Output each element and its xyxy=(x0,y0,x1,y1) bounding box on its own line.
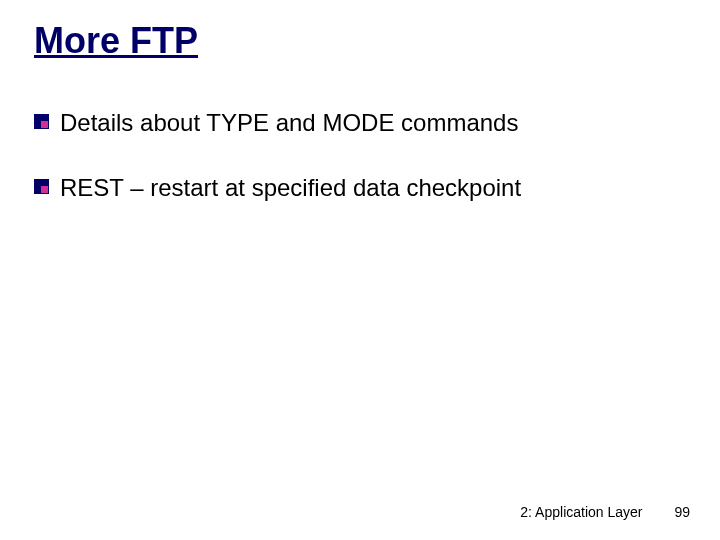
slide-footer: 2: Application Layer 99 xyxy=(520,504,690,520)
bullet-list: Details about TYPE and MODE commands RES… xyxy=(34,108,686,203)
page-number: 99 xyxy=(674,504,690,520)
list-item: Details about TYPE and MODE commands xyxy=(34,108,686,139)
slide: More FTP Details about TYPE and MODE com… xyxy=(0,0,720,540)
list-item: REST – restart at specified data checkpo… xyxy=(34,173,686,204)
bullet-icon xyxy=(34,114,49,129)
bullet-text: REST – restart at specified data checkpo… xyxy=(60,174,521,201)
page-title: More FTP xyxy=(34,20,686,62)
chapter-label: 2: Application Layer xyxy=(520,504,642,520)
bullet-text: Details about TYPE and MODE commands xyxy=(60,109,518,136)
bullet-icon xyxy=(34,179,49,194)
